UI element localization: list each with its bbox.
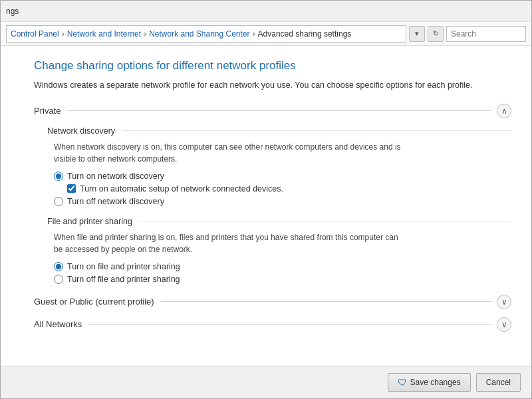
option-turn-off-discovery[interactable]: Turn off network discovery bbox=[54, 197, 511, 206]
network-discovery-description: When network discovery is on, this compu… bbox=[54, 141, 511, 165]
radio-turn-on-discovery[interactable] bbox=[54, 172, 63, 181]
section-private-toggle[interactable]: ∧ bbox=[497, 104, 511, 118]
breadcrumb-control-panel[interactable]: Control Panel bbox=[11, 29, 59, 39]
cancel-button[interactable]: Cancel bbox=[476, 373, 521, 392]
main-content: Change sharing options for different net… bbox=[1, 46, 531, 366]
subsection-network-discovery-line bbox=[122, 130, 511, 131]
option-turn-off-discovery-label: Turn off network discovery bbox=[67, 197, 164, 206]
save-button[interactable]: 🛡 Save changes bbox=[388, 373, 471, 392]
option-auto-setup-label: Turn on automatic setup of network conne… bbox=[80, 184, 283, 194]
titlebar: ngs bbox=[1, 1, 531, 22]
section-all-networks-header: All Networks ∨ bbox=[34, 317, 511, 332]
section-all-networks: All Networks ∨ bbox=[34, 317, 511, 332]
subsection-network-discovery-header: Network discovery bbox=[47, 126, 511, 136]
option-turn-off-sharing-label: Turn off file and printer sharing bbox=[67, 275, 180, 284]
network-discovery-options: Turn on network discovery Turn on automa… bbox=[54, 172, 511, 206]
window: ngs Control Panel › Network and Internet… bbox=[0, 0, 532, 399]
footer: 🛡 Save changes Cancel bbox=[1, 366, 531, 398]
section-guest-public: Guest or Public (current profile) ∨ bbox=[34, 295, 511, 309]
section-all-networks-label: All Networks bbox=[34, 319, 82, 329]
section-all-networks-toggle[interactable]: ∨ bbox=[497, 317, 511, 332]
search-input[interactable] bbox=[446, 26, 526, 42]
subsection-file-printer-label: File and printer sharing bbox=[47, 217, 132, 226]
section-guest-public-label: Guest or Public (current profile) bbox=[34, 297, 154, 307]
page-title: Change sharing options for different net… bbox=[34, 59, 511, 72]
subsection-file-printer-line bbox=[139, 221, 511, 221]
section-guest-public-line bbox=[161, 301, 491, 302]
section-private-line bbox=[67, 110, 491, 111]
shield-icon: 🛡 bbox=[398, 377, 407, 388]
radio-turn-on-sharing[interactable] bbox=[54, 262, 63, 271]
option-turn-on-discovery-label: Turn on network discovery bbox=[67, 172, 164, 181]
refresh-button[interactable]: ↻ bbox=[428, 26, 444, 42]
page-description: Windows creates a separate network profi… bbox=[34, 79, 511, 92]
option-turn-on-sharing-label: Turn on file and printer sharing bbox=[67, 262, 180, 271]
breadcrumb-network-internet[interactable]: Network and Internet bbox=[67, 29, 141, 39]
subsection-network-discovery-label: Network discovery bbox=[47, 126, 115, 136]
subsection-file-printer-header: File and printer sharing bbox=[47, 217, 511, 226]
option-auto-setup[interactable]: Turn on automatic setup of network conne… bbox=[67, 184, 511, 194]
subsection-network-discovery: Network discovery When network discovery… bbox=[47, 126, 511, 206]
section-all-networks-line bbox=[88, 324, 491, 325]
option-turn-off-sharing[interactable]: Turn off file and printer sharing bbox=[54, 275, 511, 284]
option-turn-on-sharing[interactable]: Turn on file and printer sharing bbox=[54, 262, 511, 271]
section-guest-public-toggle[interactable]: ∨ bbox=[497, 295, 511, 309]
radio-turn-off-sharing[interactable] bbox=[54, 275, 63, 284]
file-printer-description: When file and printer sharing is on, fil… bbox=[54, 231, 511, 255]
section-private-label: Private bbox=[34, 106, 61, 116]
option-turn-on-discovery[interactable]: Turn on network discovery bbox=[54, 172, 511, 181]
save-button-label: Save changes bbox=[410, 378, 461, 387]
file-printer-options: Turn on file and printer sharing Turn of… bbox=[54, 262, 511, 284]
breadcrumb-current: Advanced sharing settings bbox=[258, 29, 352, 39]
dropdown-button[interactable]: ▾ bbox=[409, 26, 425, 42]
breadcrumb: Control Panel › Network and Internet › N… bbox=[6, 25, 406, 43]
subsection-file-printer: File and printer sharing When file and p… bbox=[47, 217, 511, 284]
breadcrumb-sharing-center[interactable]: Network and Sharing Center bbox=[149, 29, 249, 39]
window-title: ngs bbox=[6, 7, 526, 16]
section-private-header: Private ∧ bbox=[34, 104, 511, 118]
cancel-button-label: Cancel bbox=[486, 378, 511, 387]
radio-turn-off-discovery[interactable] bbox=[54, 197, 63, 206]
addressbar: Control Panel › Network and Internet › N… bbox=[1, 22, 531, 46]
section-private: Private ∧ Network discovery When network… bbox=[34, 104, 511, 284]
checkbox-auto-setup[interactable] bbox=[67, 184, 76, 193]
section-guest-public-header: Guest or Public (current profile) ∨ bbox=[34, 295, 511, 309]
